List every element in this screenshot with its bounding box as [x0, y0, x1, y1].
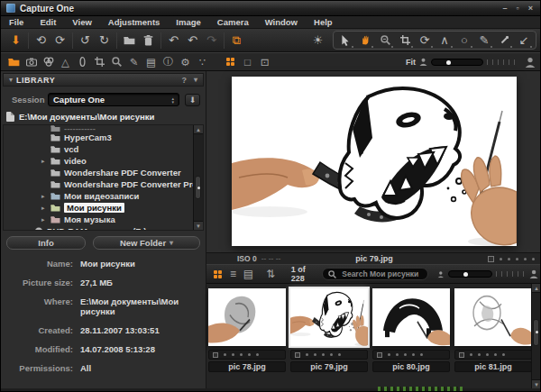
rating-dot[interactable]	[532, 258, 535, 260]
select-tool-icon[interactable]	[335, 32, 355, 50]
new-folder-button[interactable]: New Folder ▾	[93, 236, 200, 250]
single-view-icon[interactable]: □	[239, 54, 256, 69]
pan-hand-tool-icon[interactable]	[355, 32, 375, 50]
process-tab-icon[interactable]: ∵	[194, 54, 211, 69]
library-tab-icon[interactable]	[5, 54, 23, 69]
pick-checkbox[interactable]	[213, 352, 218, 358]
adjustments-tab-icon[interactable]: ✎	[125, 54, 142, 69]
tree-item[interactable]: ▸Мои видеозаписи	[4, 190, 203, 202]
tree-item[interactable]: ▸DVD-RAM дисковод (F:)	[4, 225, 203, 231]
pick-checkbox[interactable]	[488, 256, 494, 262]
spot-tool-icon[interactable]: ○	[454, 32, 474, 50]
rotate-canvas-left-icon[interactable]: ⟲	[32, 32, 50, 50]
scroll-up-icon[interactable]: ▲	[532, 284, 541, 293]
metadata-tab-icon[interactable]: ▤	[142, 54, 160, 69]
scrollbar-thumb[interactable]	[533, 319, 539, 346]
apply-arrow-tool-icon[interactable]: ↙	[514, 32, 534, 50]
thumbnail-cell-selected[interactable]: pic 79.jpg	[290, 288, 368, 372]
zoom-slider-knob[interactable]	[446, 60, 451, 65]
picker-tool-icon[interactable]	[494, 32, 514, 50]
sort-icon[interactable]: ⇅	[263, 266, 279, 282]
zoom-tool-icon[interactable]	[375, 32, 395, 50]
focus-tab-icon[interactable]	[108, 54, 125, 69]
rating-dot[interactable]	[500, 258, 502, 260]
browser-scrollbar[interactable]: ▲ ▼	[531, 284, 541, 388]
rating-dot[interactable]	[508, 258, 510, 260]
library-header[interactable]: ▾ LIBRARY ? ▾	[3, 73, 204, 87]
menu-edit[interactable]: Edit	[32, 16, 64, 29]
rotate-ccw-icon[interactable]: ↺	[76, 32, 95, 50]
menu-file[interactable]: File	[1, 16, 32, 29]
list-view-icon[interactable]: ≡	[225, 266, 241, 282]
rotate-tool-icon[interactable]: ⟳	[415, 32, 435, 50]
info-button[interactable]: Info	[6, 236, 86, 250]
thumb-size-slider[interactable]	[448, 270, 492, 278]
thumbnail-image[interactable]	[372, 288, 450, 346]
expand-arrow-icon[interactable]: ▸	[41, 216, 47, 223]
color-tab-icon[interactable]	[40, 54, 57, 69]
tree-scrollbar[interactable]: ▲ ▼	[193, 125, 203, 230]
help-icon[interactable]: ?	[181, 76, 187, 85]
zoom-fit-label[interactable]: Fit	[406, 58, 416, 67]
menu-view[interactable]: View	[64, 16, 99, 29]
copy-settings-icon[interactable]: ⧉	[227, 32, 246, 50]
maximize-button[interactable]: ▫	[517, 4, 519, 13]
tree-item[interactable]: ▸video	[4, 155, 203, 167]
image-viewer[interactable]	[206, 71, 541, 252]
crop-tab-icon[interactable]	[91, 54, 108, 69]
zoom-slider[interactable]	[431, 59, 483, 66]
rotate-cw-icon[interactable]: ↻	[95, 32, 114, 50]
multi-view-icon[interactable]	[222, 54, 239, 69]
straighten-tool-icon[interactable]: ∧	[435, 32, 454, 50]
expand-arrow-icon[interactable]: ▸	[41, 205, 47, 212]
session-dropdown[interactable]: Capture One ▴▾	[48, 93, 179, 106]
expand-arrow-icon[interactable]: ▸	[41, 193, 47, 200]
thumbnail-cell[interactable]: pic 80.jpg	[372, 288, 450, 372]
redo-icon[interactable]: ↷	[202, 32, 221, 50]
undo-icon[interactable]: ↶	[183, 32, 202, 50]
open-session-button[interactable]: ⬇	[185, 94, 200, 106]
crop-tool-icon[interactable]	[395, 32, 415, 50]
proof-view-icon[interactable]: ⊡	[256, 54, 273, 69]
filmstrip-view-icon[interactable]: ▤	[241, 266, 256, 282]
session-stepper-icon[interactable]: ▴▾	[171, 96, 174, 104]
collapse-caret-icon[interactable]: ▾	[9, 76, 13, 84]
exposure-tab-icon[interactable]: △	[57, 54, 74, 69]
rotate-canvas-right-icon[interactable]: ⟳	[50, 32, 69, 50]
pick-checkbox[interactable]	[377, 352, 382, 358]
tree-item-selected[interactable]: ▸Мои рисунки	[4, 202, 203, 214]
thumbnail-image[interactable]	[454, 288, 532, 346]
lens-tab-icon[interactable]	[74, 54, 91, 69]
pick-checkbox[interactable]	[295, 352, 300, 358]
move-to-folder-icon[interactable]	[120, 32, 139, 50]
thumbnail-image[interactable]	[208, 288, 286, 346]
menu-image[interactable]: Image	[168, 16, 208, 29]
tree-item-clipped[interactable]: -----------	[4, 125, 203, 132]
tree-item[interactable]: Wondershare PDF Converter	[4, 167, 203, 178]
scroll-up-icon[interactable]: ▲	[194, 125, 203, 134]
tree-item[interactable]: Wondershare PDF Converter Pro	[4, 178, 203, 190]
scroll-down-icon[interactable]: ▼	[532, 379, 541, 388]
menu-window[interactable]: Window	[257, 16, 306, 29]
menu-camera[interactable]: Camera	[209, 16, 257, 29]
search-box[interactable]	[322, 268, 428, 280]
preview-image[interactable]	[232, 77, 517, 246]
thumbnail-cell[interactable]: pic 81.jpg	[454, 288, 532, 372]
brush-tool-icon[interactable]: ✎	[474, 32, 494, 50]
rating-dot[interactable]	[524, 258, 527, 260]
trash-icon[interactable]	[139, 32, 158, 50]
thumb-size-knob[interactable]	[463, 272, 468, 277]
tree-item[interactable]: ▸Моя музыка	[4, 214, 203, 225]
tree-item[interactable]: vcd	[4, 143, 203, 155]
title-bar[interactable]: Capture One – ▫ ×	[1, 1, 541, 16]
details-tab-icon[interactable]: ⓘ	[160, 54, 177, 69]
scrollbar-thumb[interactable]	[195, 176, 201, 199]
menu-adjustments[interactable]: Adjustments	[100, 16, 169, 29]
menu-help[interactable]: Help	[306, 16, 341, 29]
import-icon[interactable]: ⬇	[6, 32, 25, 50]
grid-view-icon[interactable]	[210, 266, 225, 282]
search-input[interactable]	[340, 269, 421, 279]
tree-item[interactable]: HyperCam3	[4, 132, 203, 143]
settings-gear-icon[interactable]: ⚙	[177, 54, 194, 69]
minimize-button[interactable]: –	[503, 4, 508, 13]
